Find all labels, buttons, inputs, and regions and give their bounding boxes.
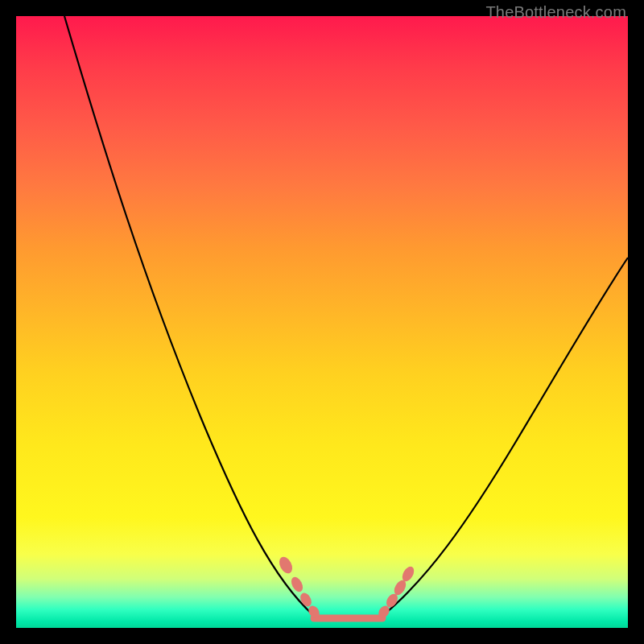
curve-svg (16, 16, 628, 628)
bottleneck-curve-right (382, 258, 628, 616)
bottleneck-curve-left (64, 16, 314, 616)
watermark-text: TheBottleneck.com (485, 3, 626, 22)
chart-frame: TheBottleneck.com (0, 0, 644, 644)
curve-marker (298, 591, 313, 609)
curve-marker (277, 555, 295, 576)
plot-area (16, 16, 628, 628)
